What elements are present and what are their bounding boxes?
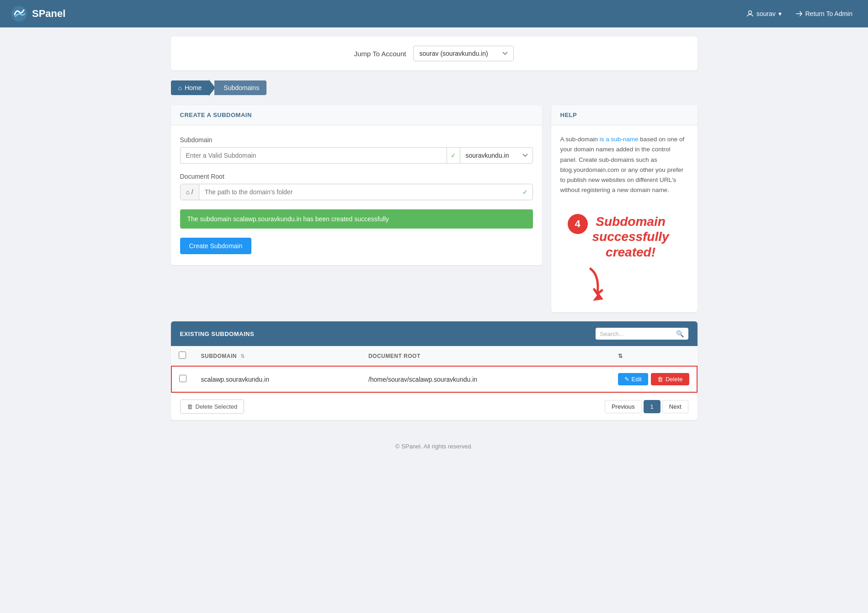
breadcrumb-home[interactable]: ⌂ Home: [171, 80, 209, 95]
search-button[interactable]: 🔍: [676, 330, 684, 337]
main-content: Jump To Account sourav (souravkundu.in) …: [160, 27, 708, 429]
row-checkbox[interactable]: [179, 375, 186, 382]
logo: SPanel: [11, 5, 65, 22]
col-checkbox-header: [171, 346, 194, 366]
docroot-prefix: ⌂ /: [181, 184, 199, 200]
return-icon: [795, 10, 803, 17]
arrow-down-right-icon: [572, 267, 609, 308]
svg-marker-2: [593, 293, 603, 301]
help-panel: HELP A sub-domain is a sub-name based on…: [551, 105, 698, 312]
footer-text: © SPanel. All rights reserved.: [395, 443, 473, 450]
action-buttons: ✎ Edit 🗑 Delete: [618, 373, 689, 385]
help-panel-body: A sub-domain is a sub-name based on one …: [551, 125, 698, 205]
table-footer: 🗑 Delete Selected Previous 1 Next: [171, 393, 698, 420]
search-input[interactable]: [600, 330, 673, 337]
row-subdomain-cell: scalawp.souravkundu.in: [194, 366, 361, 392]
row-docroot-cell: /home/sourav/scalawp.souravkundu.in: [361, 366, 611, 392]
help-highlight: is a sub-name: [600, 136, 639, 143]
subdomain-input-row: ✓ souravkundu.in: [180, 147, 533, 164]
subdomain-sort-icon: ⇅: [240, 353, 245, 359]
select-all-checkbox[interactable]: [179, 352, 186, 359]
subdomain-form-group: Subdomain ✓ souravkundu.in: [180, 136, 533, 164]
success-text-line1: Subdomain: [592, 214, 669, 229]
svg-point-1: [748, 11, 751, 14]
help-panel-header: HELP: [551, 105, 698, 125]
logo-icon: [11, 5, 27, 22]
pagination: Previous 1 Next: [605, 400, 688, 413]
jump-account-label: Jump To Account: [354, 50, 406, 58]
docroot-check-icon: ✓: [518, 184, 533, 200]
user-icon: [746, 10, 754, 17]
col-docroot-header: DOCUMENT ROOT: [361, 346, 611, 366]
docroot-label: Document Root: [180, 173, 533, 180]
row-subdomain-value: scalawp.souravkundu.in: [201, 376, 269, 383]
delete-selected-icon: 🗑: [187, 403, 193, 410]
delete-button[interactable]: 🗑 Delete: [651, 373, 689, 385]
col-actions-header: ⇅: [611, 346, 697, 366]
table-row: scalawp.souravkundu.in /home/sourav/scal…: [171, 366, 697, 392]
create-panel-header: CREATE A SUBDOMAIN: [171, 105, 542, 125]
page-footer: © SPanel. All rights reserved.: [0, 429, 868, 464]
table-header-row: SUBDOMAIN ⇅ DOCUMENT ROOT ⇅: [171, 346, 697, 366]
user-name: sourav: [756, 10, 776, 17]
row-actions-cell: ✎ Edit 🗑 Delete: [611, 366, 697, 392]
table-header: SUBDOMAIN ⇅ DOCUMENT ROOT ⇅: [171, 346, 697, 366]
subdomain-input[interactable]: [180, 147, 447, 164]
user-menu[interactable]: sourav ▾: [746, 10, 782, 17]
domain-select[interactable]: souravkundu.in: [460, 147, 533, 164]
edit-button[interactable]: ✎ Edit: [618, 373, 648, 385]
delete-selected-button[interactable]: 🗑 Delete Selected: [180, 400, 245, 414]
docroot-col-label: DOCUMENT ROOT: [368, 353, 421, 359]
create-subdomain-button[interactable]: Create Subdomain: [180, 238, 252, 254]
next-button[interactable]: Next: [662, 400, 688, 413]
delete-label: Delete: [666, 376, 683, 383]
create-subdomain-panel: CREATE A SUBDOMAIN Subdomain ✓ souravkun…: [171, 105, 542, 265]
edit-label: Edit: [632, 376, 642, 383]
col-subdomain-header: SUBDOMAIN ⇅: [194, 346, 361, 366]
actions-sort-icon: ⇅: [618, 353, 623, 359]
user-chevron: ▾: [778, 10, 782, 17]
success-annotation: 4 Subdomain successfully created!: [551, 205, 698, 313]
search-box: 🔍: [596, 328, 688, 340]
existing-subdomains-title: EXISTING SUBDOMAINS: [180, 330, 255, 337]
breadcrumb-current-label: Subdomains: [224, 84, 259, 91]
create-panel-title: CREATE A SUBDOMAIN: [180, 112, 252, 118]
success-text-line3: created!: [592, 245, 669, 260]
page-1-button[interactable]: 1: [644, 400, 660, 413]
existing-subdomains-header: EXISTING SUBDOMAINS 🔍: [171, 321, 698, 346]
success-message: The subdomain scalawp.souravkundu.in has…: [180, 209, 533, 229]
breadcrumb: ⌂ Home Subdomains: [171, 80, 698, 96]
subdomains-table: SUBDOMAIN ⇅ DOCUMENT ROOT ⇅: [171, 346, 698, 393]
header-right: sourav ▾ Return To Admin: [746, 7, 857, 20]
edit-icon: ✎: [624, 376, 629, 383]
subdomain-label: Subdomain: [180, 136, 533, 144]
jump-account-bar: Jump To Account sourav (souravkundu.in): [171, 37, 698, 70]
subdomain-col-label: SUBDOMAIN: [201, 353, 237, 359]
return-to-admin-button[interactable]: Return To Admin: [791, 7, 857, 20]
jump-account-select[interactable]: sourav (souravkundu.in): [413, 46, 514, 61]
docroot-input-row: ⌂ / ✓: [180, 184, 533, 200]
delete-icon: 🗑: [657, 376, 663, 383]
success-text-line2: successfully: [592, 229, 669, 245]
return-admin-label: Return To Admin: [805, 10, 852, 17]
app-header: SPanel sourav ▾ Return To Admin: [0, 0, 868, 27]
docroot-form-group: Document Root ⌂ / ✓: [180, 173, 533, 200]
home-icon: ⌂: [178, 84, 182, 91]
breadcrumb-home-label: Home: [185, 84, 202, 91]
table-body: scalawp.souravkundu.in /home/sourav/scal…: [171, 366, 697, 392]
step-number: 4: [568, 214, 588, 234]
existing-subdomains-panel: EXISTING SUBDOMAINS 🔍 SUBDOMAIN ⇅ DOC: [171, 321, 698, 420]
row-docroot-value: /home/sourav/scalawp.souravkundu.in: [368, 376, 477, 383]
breadcrumb-current: Subdomains: [214, 80, 266, 95]
help-title-text: HELP: [560, 112, 577, 118]
subdomain-check-icon: ✓: [447, 147, 460, 164]
delete-selected-label: Delete Selected: [196, 403, 238, 410]
docroot-input[interactable]: [199, 184, 518, 200]
create-panel-body: Subdomain ✓ souravkundu.in Document Root…: [171, 125, 542, 265]
row-checkbox-cell: [171, 366, 194, 392]
logo-text: SPanel: [32, 8, 65, 20]
previous-button[interactable]: Previous: [605, 400, 642, 413]
two-col-layout: CREATE A SUBDOMAIN Subdomain ✓ souravkun…: [171, 105, 698, 312]
